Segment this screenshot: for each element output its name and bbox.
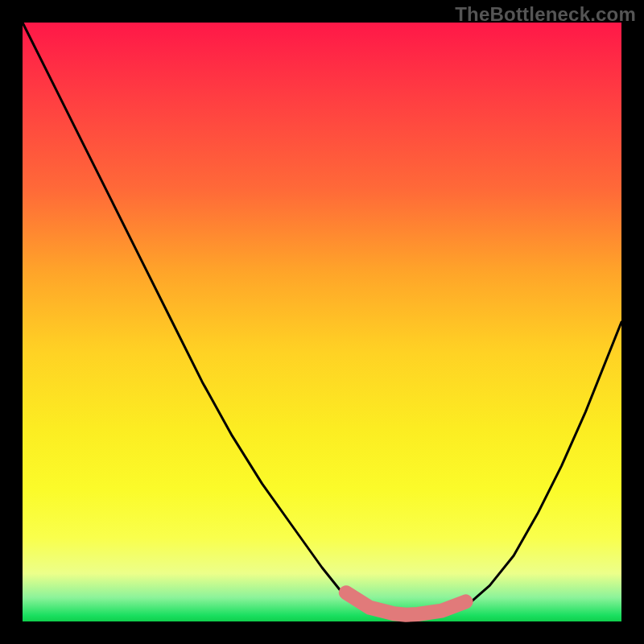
attribution-text: TheBottleneck.com — [455, 3, 636, 26]
plot-area — [23, 23, 621, 621]
chart-frame: TheBottleneck.com — [0, 0, 644, 644]
highlight-path — [346, 592, 466, 615]
curve-path — [23, 23, 621, 620]
bottleneck-curve — [23, 23, 621, 621]
